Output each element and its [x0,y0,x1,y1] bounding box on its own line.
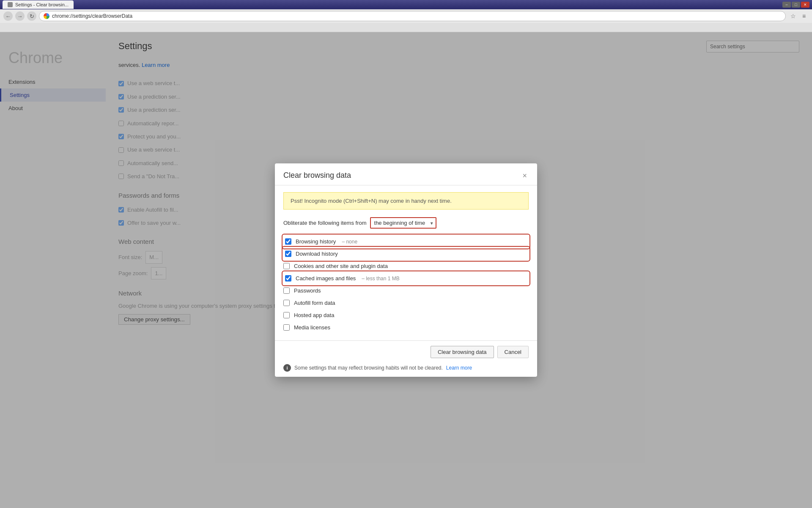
checkbox-item-browsing-history: Browsing history – none [283,235,529,248]
active-tab[interactable]: Settings - Clear browsin... [3,0,74,9]
checkbox-item-download-history: Download history [283,248,529,260]
browser-chrome: ← → ↻ chrome://settings/clearBrowserData… [0,9,812,32]
tab-favicon [8,2,13,7]
autofill-label: Autofill form data [294,300,335,306]
download-history-label: Download history [296,251,338,257]
footer-buttons: Clear browsing data Cancel [283,346,529,358]
time-select[interactable]: the past hour the past day the past week… [370,217,436,229]
cached-images-label: Cached images and files [296,275,356,282]
footer-note: i Some settings that may reflect browsin… [283,364,529,372]
autofill-form-checkbox[interactable] [283,300,290,306]
nav-actions: ☆ ≡ [788,11,809,21]
checkbox-item-passwords: Passwords [283,284,529,297]
url-text: chrome://settings/clearBrowserData [52,13,132,19]
obliterate-label: Obliterate the following items from [283,220,367,226]
passwords-checkbox[interactable] [283,287,290,294]
download-history-checkbox[interactable] [285,251,291,257]
checkbox-item-autofill: Autofill form data [283,297,529,309]
title-bar: Settings - Clear browsin... – □ ✕ [0,0,812,9]
forward-button[interactable]: → [15,11,25,21]
window-controls: – □ ✕ [782,2,809,8]
checkbox-item-cookies: Cookies and other site and plugin data [283,260,529,272]
cached-images-checkbox[interactable] [285,275,291,282]
cached-images-sublabel: – less than 1 MB [362,276,399,282]
dialog-body: Psst! Incognito mode (Ctrl+Shift+N) may … [275,185,537,340]
tab-label: Settings - Clear browsin... [15,2,69,7]
passwords-label: Passwords [294,287,321,294]
dialog-footer: Clear browsing data Cancel i Some settin… [275,340,537,377]
bookmark-button[interactable]: ☆ [788,11,798,21]
obliterate-row: Obliterate the following items from the … [283,217,529,229]
title-bar-left: Settings - Clear browsin... [3,0,74,9]
hosted-app-label: Hosted app data [294,312,334,318]
maximize-button[interactable]: □ [792,2,800,8]
dialog-close-button[interactable]: × [521,172,529,179]
dialog-header: Clear browsing data × [275,163,537,185]
site-icon [44,13,49,19]
media-licenses-label: Media licenses [294,324,330,331]
media-licenses-checkbox[interactable] [283,324,290,331]
minimize-button[interactable]: – [782,2,791,8]
incognito-tip: Psst! Incognito mode (Ctrl+Shift+N) may … [283,192,529,210]
menu-button[interactable]: ≡ [799,11,809,21]
back-button[interactable]: ← [3,11,13,21]
cookies-label: Cookies and other site and plugin data [294,263,388,269]
nav-bar: ← → ↻ chrome://settings/clearBrowserData… [0,9,812,23]
close-button[interactable]: ✕ [801,2,809,8]
checkbox-item-hosted-app: Hosted app data [283,309,529,321]
dialog-title: Clear browsing data [283,171,351,180]
checkbox-item-cached-images: Cached images and files – less than 1 MB [283,272,529,284]
cancel-button[interactable]: Cancel [497,346,529,358]
checkbox-list: Browsing history – none Download history… [283,235,529,334]
modal-overlay: Clear browsing data × Psst! Incognito mo… [0,32,812,508]
cookies-checkbox[interactable] [283,263,290,269]
address-bar[interactable]: chrome://settings/clearBrowserData [39,11,786,21]
browsing-history-sublabel: – none [342,239,357,245]
info-icon: i [283,364,291,372]
browsing-history-checkbox[interactable] [285,238,291,245]
clear-browsing-data-dialog: Clear browsing data × Psst! Incognito mo… [275,163,537,377]
clear-browsing-data-button[interactable]: Clear browsing data [431,346,494,358]
hosted-app-checkbox[interactable] [283,312,290,318]
footer-note-text: Some settings that may reflect browsing … [294,365,443,371]
time-select-wrapper: the past hour the past day the past week… [370,217,436,229]
browsing-history-label: Browsing history [296,238,336,245]
refresh-button[interactable]: ↻ [27,11,36,21]
tab-area: Settings - Clear browsin... [3,0,74,9]
footer-learn-more-link[interactable]: Learn more [446,365,472,371]
checkbox-item-media-licenses: Media licenses [283,321,529,334]
